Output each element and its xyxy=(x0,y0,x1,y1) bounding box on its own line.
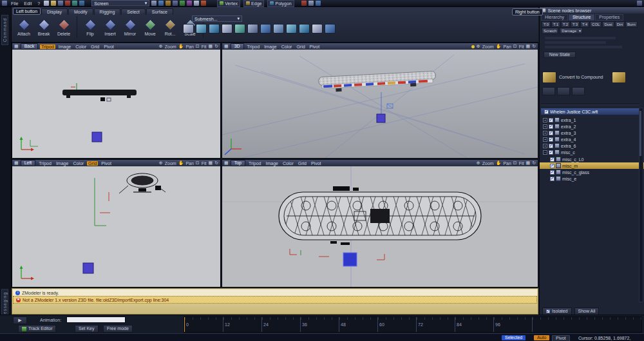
texture-icon[interactable] xyxy=(166,1,171,6)
menu-pivot[interactable]: Pivot xyxy=(308,44,321,49)
visibility-checkbox[interactable]: ✔ xyxy=(550,157,554,162)
mode-extra3-icon[interactable] xyxy=(316,1,321,6)
tree-item[interactable]: ✔ misc_e xyxy=(540,175,640,182)
tab-rigging[interactable]: Rigging xyxy=(94,8,121,15)
cylinder-primitive-icon[interactable] xyxy=(209,24,220,34)
tree-item-selected[interactable]: ✔ misc_m xyxy=(540,162,644,169)
command-panel-tab[interactable]: Command xyxy=(1,15,8,45)
fit-icon[interactable]: ⊡ xyxy=(513,44,517,49)
visibility-checkbox[interactable]: ✔ xyxy=(550,170,554,175)
convert-to-compound-label[interactable]: Convert to Compound xyxy=(559,75,609,80)
tree-item[interactable]: + ✔ extra_4 xyxy=(540,136,640,142)
viewport-grid-icon[interactable]: ▦ xyxy=(526,44,531,49)
submesh-select[interactable]: Submesh... ▾ xyxy=(192,15,242,22)
lightbar-top-wireframe[interactable] xyxy=(279,186,481,245)
visibility-checkbox[interactable]: ✔ xyxy=(549,150,553,155)
move-button[interactable]: Move xyxy=(140,19,160,36)
fit-icon[interactable]: ⊡ xyxy=(513,161,517,166)
free-mode-button[interactable]: Free mode xyxy=(103,325,133,333)
pivot-marker[interactable] xyxy=(343,253,357,266)
zoom-label[interactable]: Zoom xyxy=(165,161,176,166)
expand-icon[interactable]: − xyxy=(543,150,547,155)
viewport-top-name[interactable]: Top xyxy=(231,160,245,166)
tree-item[interactable]: − ✔ misc_c xyxy=(540,149,640,155)
tree-scrollbar[interactable] xyxy=(639,108,643,302)
play-button[interactable]: ▶ xyxy=(13,317,27,324)
fit-icon[interactable]: ⊡ xyxy=(196,161,200,166)
pan-icon[interactable]: ✋ xyxy=(496,44,502,49)
menu-edit[interactable]: Edit xyxy=(22,1,33,6)
mode-extra2-icon[interactable] xyxy=(308,1,314,6)
visibility-checkbox[interactable]: ✔ xyxy=(549,131,553,135)
tree-item[interactable]: ✔ misc_c_L0 xyxy=(540,156,640,162)
menu-pivot[interactable]: Pivot xyxy=(310,161,323,166)
vertex-mode-toggle[interactable]: Vertex xyxy=(217,0,240,7)
tab-display[interactable]: Display xyxy=(41,8,68,15)
viewport-left-canvas[interactable] xyxy=(12,166,220,287)
selected-badge[interactable]: Selected xyxy=(502,335,526,340)
state-dust-button[interactable]: Dust xyxy=(602,21,614,28)
damage-select[interactable]: Damage ▾ xyxy=(560,28,583,34)
attach-button[interactable]: Attach xyxy=(14,19,33,36)
shading-icon[interactable] xyxy=(471,45,475,48)
menu-color[interactable]: Color xyxy=(280,44,294,49)
viewport-refresh-icon[interactable]: ↻ xyxy=(532,161,536,166)
menu-color[interactable]: Color xyxy=(71,161,85,166)
viewport-menu-icon[interactable]: ▦ xyxy=(224,44,229,49)
viewport-refresh-icon[interactable]: ↻ xyxy=(214,44,218,49)
save-file-icon[interactable] xyxy=(58,1,63,6)
delete-icon[interactable] xyxy=(65,1,70,6)
visibility-checkbox[interactable]: ✔ xyxy=(549,124,553,129)
new-state-button[interactable]: New State xyxy=(544,52,576,58)
message-error-row[interactable]: ✖ Not a ZModeler 1.x version Z3D file. f… xyxy=(13,296,537,304)
axes-icon[interactable] xyxy=(187,1,192,6)
menu-grid[interactable]: Grid xyxy=(297,161,308,166)
visibility-checkbox[interactable]: ✔ xyxy=(549,137,553,142)
zoom-label[interactable]: Zoom xyxy=(482,161,494,166)
menu-image[interactable]: Image xyxy=(265,161,279,166)
menu-tripod[interactable]: Tripod xyxy=(247,161,263,166)
zoom-label[interactable]: Zoom xyxy=(165,44,176,49)
plane-primitive-icon[interactable] xyxy=(247,24,258,34)
zoom-icon[interactable]: ⊕ xyxy=(477,161,480,166)
tab-select[interactable]: Select xyxy=(121,8,145,15)
new-file-icon[interactable] xyxy=(44,1,49,6)
visibility-checkbox[interactable]: ✔ xyxy=(549,144,553,148)
zoom-icon[interactable]: ⊕ xyxy=(159,161,163,166)
fit-label[interactable]: Fit xyxy=(519,44,524,49)
tab-properties[interactable]: Properties xyxy=(595,14,623,21)
polygon-mode-toggle[interactable]: Polygon xyxy=(267,0,294,7)
tree-item[interactable]: + ✔ extra_3 xyxy=(540,130,640,136)
zoom-label[interactable]: Zoom xyxy=(482,44,494,49)
node-tool1-icon[interactable] xyxy=(542,87,555,95)
pivot-marker[interactable] xyxy=(83,263,93,273)
menu-image[interactable]: Image xyxy=(263,44,278,49)
viewport-menu-icon[interactable]: ▦ xyxy=(14,44,19,49)
expand-icon[interactable]: + xyxy=(543,131,547,135)
state-burn-button[interactable]: Burn xyxy=(625,21,638,28)
menu-pivot[interactable]: Pivot xyxy=(100,161,113,166)
pan-icon[interactable]: ✋ xyxy=(178,161,184,166)
state-t3-button[interactable]: T.3 xyxy=(571,21,580,28)
menu-tripod[interactable]: Tripod xyxy=(37,161,53,166)
viewport-3d-name[interactable]: 3D xyxy=(231,43,244,50)
torus-primitive-icon[interactable] xyxy=(234,24,245,34)
material-editor-icon[interactable] xyxy=(158,1,164,6)
cone-primitive-icon[interactable] xyxy=(222,24,232,34)
pan-label[interactable]: Pan xyxy=(185,161,193,166)
fit-label[interactable]: Fit xyxy=(202,44,207,49)
set-key-button[interactable]: Set Key xyxy=(75,325,99,333)
pan-icon[interactable]: ✋ xyxy=(178,44,184,49)
viewport-3d-canvas[interactable] xyxy=(222,50,538,158)
tab-surface[interactable]: Surface xyxy=(146,8,173,15)
break-button[interactable]: Break xyxy=(34,19,53,36)
state-t2-button[interactable]: T.2 xyxy=(561,21,570,28)
scrollbar-thumb[interactable] xyxy=(639,111,641,156)
viewport-grid-icon[interactable]: ▦ xyxy=(209,44,213,49)
weld-tool-icon[interactable] xyxy=(286,24,297,34)
tree-item[interactable]: ✔ misc_c_glass xyxy=(540,169,640,175)
box-primitive-icon[interactable] xyxy=(183,24,194,34)
menu-help[interactable]: ? xyxy=(35,1,42,6)
compound-crate-icon[interactable] xyxy=(542,72,556,83)
track-editor-button[interactable]: Track Editor xyxy=(18,325,56,333)
